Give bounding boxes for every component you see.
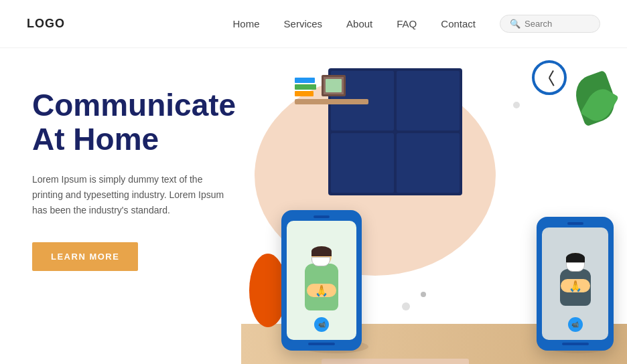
phone-right: 🙏 📹 [537,217,614,351]
hero-description: Lorem Ipsum is simply dummy text of the … [32,172,226,218]
person-male-mask [566,262,585,272]
phone-right-notch [567,222,583,225]
hero-headline: Communicate At Home [32,88,241,156]
phone-left-bottom-bar [308,343,335,345]
dot-decoration-2 [421,292,426,297]
nav-faq[interactable]: FAQ [397,18,417,29]
dot-decoration-1 [402,302,410,310]
window-sill [322,359,469,364]
book-3 [295,91,314,96]
person-female-hair [311,246,332,256]
phone-right-controls: 📹 [568,317,583,332]
clock-decoration [532,60,567,95]
namaste-icon-2: 🙏 [569,280,582,292]
nav-contact[interactable]: Contact [441,18,476,29]
picture-frame [322,75,346,96]
window-pane-4 [397,133,460,193]
logo: LOGO [27,17,65,31]
shelf-decoration [295,75,368,104]
person-male-hair [566,253,585,263]
nav-home[interactable]: Home [233,18,260,29]
phone-left-controls: 📹 [314,317,329,332]
person-male-body: 🙏 [560,269,591,306]
hero-illustration: 🙏 📹 [241,48,627,364]
nav-about[interactable]: About [346,18,372,29]
plant-decoration [567,75,620,135]
hero-text-area: Communicate At Home Lorem Ipsum is simpl… [0,48,241,364]
person-male-arms: 🙏 [561,279,590,292]
learn-more-button[interactable]: LEARN MORE [32,242,138,271]
main-nav: Home Services About FAQ Contact 🔍 [233,15,600,33]
search-box[interactable]: 🔍 [500,15,600,33]
window-pane-2 [397,71,460,130]
site-header: LOGO Home Services About FAQ Contact 🔍 [0,0,627,48]
book-2 [295,84,316,90]
shelf-board [295,99,368,104]
search-icon: 🔍 [510,19,520,29]
book-stack [295,78,316,96]
dot-decoration-3 [513,102,520,108]
phone-left: 🙏 📹 [281,210,362,351]
phone-right-bottom-bar [562,343,589,345]
window-pane-3 [331,133,394,193]
phone-left-notch [314,215,330,218]
plant-leaves [567,75,620,135]
person-female-body: 🙏 [305,264,338,310]
video-call-icon-2: 📹 [568,317,583,332]
book-1 [295,78,315,83]
person-female-mask [311,257,330,266]
person-female-arms: 🙏 [307,284,336,297]
person-male-head [566,253,585,272]
video-call-icon: 📹 [314,317,329,332]
search-input[interactable] [525,19,590,29]
clock-face [537,66,561,90]
clock-minute-hand [549,78,554,86]
person-female-head [311,246,332,266]
nav-services[interactable]: Services [284,18,323,29]
namaste-icon: 🙏 [315,284,328,297]
main-content: Communicate At Home Lorem Ipsum is simpl… [0,48,627,364]
